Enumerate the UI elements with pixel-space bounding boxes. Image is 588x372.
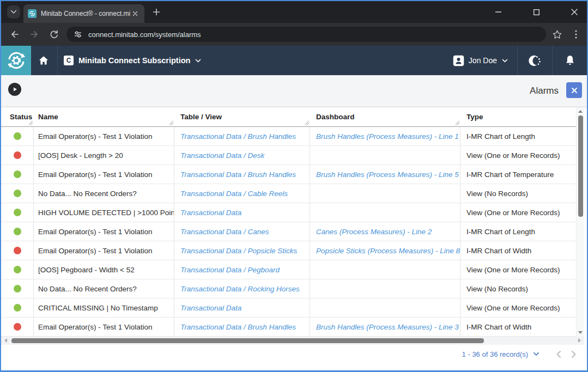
dashboard-link[interactable] xyxy=(310,260,460,279)
alarm-name: Email Operator(s) - Test 1 Violation xyxy=(34,127,174,145)
status-indicator xyxy=(14,247,21,254)
table-row[interactable]: No Data... No Recent Orders? Transaction… xyxy=(1,279,576,298)
browser-menu-icon xyxy=(575,30,577,39)
pagination-chevron-down-icon[interactable] xyxy=(533,352,539,356)
home-button[interactable] xyxy=(34,46,53,75)
dashboard-link[interactable] xyxy=(310,146,460,164)
window-close-button[interactable] xyxy=(562,1,587,23)
back-button[interactable] xyxy=(7,26,23,42)
pagination-prev-button[interactable] xyxy=(556,350,561,358)
new-tab-button[interactable] xyxy=(149,5,163,19)
column-resize-handle-icon[interactable] xyxy=(169,120,174,125)
table-view-link[interactable]: Transactional Data xyxy=(174,298,310,317)
status-indicator xyxy=(14,209,21,216)
alarm-type: I-MR Chart of Temperature xyxy=(460,165,576,184)
column-header-type[interactable]: Type xyxy=(460,107,576,126)
alarm-name: HIGH VOLUME DETECTED | >1000 Points xyxy=(34,203,174,222)
dashboard-link[interactable] xyxy=(310,298,460,317)
table-view-link[interactable]: Transactional Data xyxy=(174,203,310,222)
column-resize-handle-icon[interactable] xyxy=(305,120,310,125)
tab-close-icon[interactable] xyxy=(130,9,140,19)
dashboard-link[interactable]: Canes (Process Measures) - Line 2 xyxy=(310,222,460,241)
table-row[interactable]: HIGH VOLUME DETECTED | >1000 Points Tran… xyxy=(1,203,576,222)
table-row[interactable]: Email Operator(s) - Test 1 Violation Tra… xyxy=(1,165,576,184)
window-minimize-button[interactable] xyxy=(486,1,511,23)
column-resize-handle-icon[interactable] xyxy=(455,120,460,125)
status-cell xyxy=(1,184,34,203)
status-cell xyxy=(1,318,34,336)
night-mode-button[interactable] xyxy=(518,46,552,75)
status-indicator xyxy=(14,323,21,331)
address-bar[interactable]: connect.minitab.com/system/alarms xyxy=(66,27,546,42)
window-maximize-button[interactable] xyxy=(524,1,549,23)
table-row[interactable]: Email Operator(s) - Test 1 Violation Tra… xyxy=(1,318,576,337)
subscription-label: Minitab Connect Subscription xyxy=(78,56,190,65)
table-view-link[interactable]: Transactional Data / Cable Reels xyxy=(174,184,310,203)
column-header-table-view[interactable]: Table / View xyxy=(174,107,310,126)
status-cell xyxy=(1,165,34,184)
bookmark-button[interactable] xyxy=(549,26,565,42)
table-row[interactable]: No Data... No Recent Orders? Transaction… xyxy=(1,184,576,203)
table-view-link[interactable]: Transactional Data / Brush Handles xyxy=(174,165,310,184)
forward-button[interactable] xyxy=(26,26,43,42)
records-count-dropdown[interactable]: 1 - 36 of 36 record(s) xyxy=(462,350,528,358)
table-view-link[interactable]: Transactional Data / Popsicle Sticks xyxy=(174,241,310,260)
url-text[interactable]: connect.minitab.com/system/alarms xyxy=(88,31,201,39)
alarm-type: I-MR Chart of Length xyxy=(460,127,576,145)
table-row[interactable]: Email Operator(s) - Test 1 Violation Tra… xyxy=(1,222,576,241)
status-indicator xyxy=(14,132,21,140)
dashboard-link[interactable] xyxy=(310,184,460,203)
chevron-down-icon xyxy=(502,59,508,63)
horizontal-scrollbar[interactable] xyxy=(1,337,584,345)
column-header-name[interactable]: Name xyxy=(34,107,174,126)
dashboard-link[interactable]: Brush Handles (Process Measures) - Line … xyxy=(310,318,460,336)
scrollbar-arrow-icon[interactable] xyxy=(4,338,7,343)
user-menu[interactable]: Jon Doe xyxy=(444,46,517,75)
status-cell xyxy=(1,298,34,317)
site-settings-icon[interactable] xyxy=(73,29,83,39)
status-cell xyxy=(1,279,34,298)
dashboard-link[interactable] xyxy=(310,203,460,222)
run-button[interactable] xyxy=(8,83,21,96)
table-view-link[interactable]: Transactional Data / Canes xyxy=(174,222,310,241)
dashboard-link[interactable]: Brush Handles (Process Measures) - Line … xyxy=(310,165,460,184)
reload-button[interactable] xyxy=(46,26,62,42)
table-row[interactable]: [OOS] Desk - Length > 20 Transactional D… xyxy=(1,146,576,165)
minitab-logo-sync-gear-icon xyxy=(7,51,26,70)
column-header-dashboard[interactable]: Dashboard xyxy=(310,107,460,126)
scrollbar-arrow-icon[interactable] xyxy=(578,331,583,334)
notifications-button[interactable] xyxy=(553,46,587,75)
dashboard-link[interactable]: Popsicle Sticks (Process Measures) - Lin… xyxy=(310,241,460,260)
table-view-link[interactable]: Transactional Data / Desk xyxy=(174,146,310,164)
table-row[interactable]: [OOS] Pegboard - Width < 52 Transactiona… xyxy=(1,260,576,279)
vertical-scrollbar[interactable] xyxy=(576,107,584,337)
horizontal-scrollbar-thumb[interactable] xyxy=(11,338,484,343)
alarm-type: View (One or More Records) xyxy=(460,260,576,279)
browser-window: Minitab Connect® - connect.mi xyxy=(0,0,588,372)
minitab-connect-logo[interactable] xyxy=(1,46,31,75)
table-row[interactable]: Email Operator(s) - Test 1 Violation Tra… xyxy=(1,127,576,146)
table-row[interactable]: CRITICAL MISSING | No Timestamp Transact… xyxy=(1,298,576,318)
subscription-selector[interactable]: C Minitab Connect Subscription xyxy=(64,46,201,75)
table-view-link[interactable]: Transactional Data / Pegboard xyxy=(174,260,310,279)
status-indicator xyxy=(14,190,21,197)
tab-search-button[interactable] xyxy=(7,5,20,19)
browser-menu-button[interactable] xyxy=(568,26,584,42)
table-view-link[interactable]: Transactional Data / Rocking Horses xyxy=(174,279,310,298)
table-row[interactable]: Email Operator(s) - Test 1 Violation Tra… xyxy=(1,241,576,260)
table-view-link[interactable]: Transactional Data / Brush Handles xyxy=(174,127,310,145)
pagination-next-button[interactable] xyxy=(571,350,577,358)
scrollbar-arrow-icon[interactable] xyxy=(578,110,583,113)
alarm-type: View (One or More Records) xyxy=(460,146,576,164)
scrollbar-arrow-icon[interactable] xyxy=(578,338,581,343)
table-view-link[interactable]: Transactional Data / Brush Handles xyxy=(174,318,310,336)
column-resize-handle-icon[interactable] xyxy=(28,120,33,125)
vertical-scrollbar-thumb[interactable] xyxy=(578,115,583,217)
reload-icon xyxy=(49,29,59,39)
status-indicator xyxy=(14,266,21,273)
back-arrow-icon xyxy=(10,29,20,39)
panel-close-button[interactable] xyxy=(566,82,582,98)
dashboard-link[interactable]: Brush Handles (Process Measures) - Line … xyxy=(310,127,460,145)
browser-tab-active[interactable]: Minitab Connect® - connect.mi xyxy=(23,4,144,23)
dashboard-link[interactable] xyxy=(310,279,460,298)
